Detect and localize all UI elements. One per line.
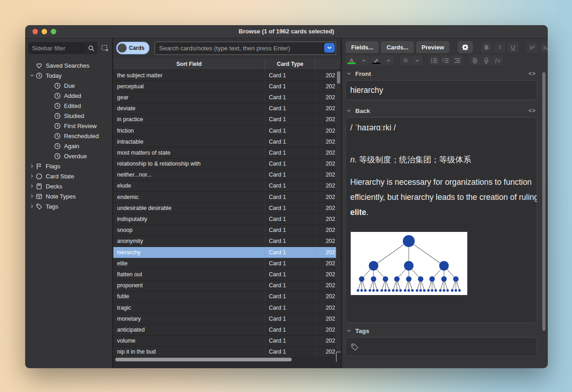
cell-card-type: Card 1 xyxy=(265,336,315,346)
sidebar-item-again[interactable]: Again xyxy=(25,141,112,151)
sidebar-filter-input[interactable] xyxy=(28,42,90,54)
table-row[interactable]: hierarchyCard 1202 xyxy=(113,247,336,258)
chevron-right-icon[interactable] xyxy=(29,173,35,179)
front-field-input[interactable]: hierarchy xyxy=(345,80,537,100)
sidebar-select-mode-button[interactable] xyxy=(99,42,111,54)
table-row[interactable]: perceptualCard 1202 xyxy=(113,81,336,92)
numbered-list-button[interactable] xyxy=(440,55,451,65)
sidebar-item-saved-searches[interactable]: Saved Searches xyxy=(25,60,112,70)
fields-button[interactable]: Fields... xyxy=(346,41,379,53)
sidebar-item-note-types[interactable]: Note Types xyxy=(25,191,112,201)
table-row[interactable]: eludeCard 1202 xyxy=(113,181,336,192)
table-row[interactable]: relationship to & relationship withCard … xyxy=(113,159,336,170)
table-row[interactable]: eliteCard 1202 xyxy=(113,258,336,269)
column-header-due[interactable] xyxy=(315,59,341,70)
table-row[interactable]: in practiceCard 1202 xyxy=(113,114,336,125)
sidebar-item-overdue[interactable]: Overdue xyxy=(25,151,112,161)
cards-notes-toggle[interactable]: Cards xyxy=(116,42,150,54)
table-row[interactable]: monetaryCard 1202 xyxy=(113,313,336,324)
tag-icon xyxy=(350,343,359,351)
highlight-color-picker-button[interactable] xyxy=(383,55,394,65)
front-html-editor-toggle[interactable]: <> xyxy=(529,70,536,77)
sidebar-item-first-review[interactable]: First Review xyxy=(25,121,112,131)
sidebar-item-label: Overdue xyxy=(64,153,87,160)
italic-button[interactable]: I xyxy=(494,42,505,53)
table-horizontal-scrollbar[interactable] xyxy=(113,357,336,362)
subscript-button[interactable]: x₂ xyxy=(540,42,548,53)
table-row[interactable]: nip it in the budCard 1202 xyxy=(113,347,336,358)
attach-button[interactable] xyxy=(469,55,480,65)
column-header-card-type[interactable]: Card Type xyxy=(265,59,315,70)
cell-due: 202 xyxy=(315,280,336,291)
remove-formatting-options-button[interactable] xyxy=(412,55,422,65)
sidebar-item-added[interactable]: Added xyxy=(25,91,112,101)
tags-input[interactable] xyxy=(345,337,537,356)
table-row[interactable]: endemicCard 1202 xyxy=(113,192,336,203)
table-row[interactable]: indisputablyCard 1202 xyxy=(113,214,336,225)
sidebar: Saved SearchesTodayDueAddedEditedStudied… xyxy=(25,38,112,368)
collapse-tags-icon[interactable] xyxy=(347,328,351,333)
editor-scroll-thumb[interactable] xyxy=(542,72,545,331)
chevron-right-icon[interactable] xyxy=(29,183,35,189)
text-color-picker-button[interactable] xyxy=(358,55,369,65)
editor-scrollbar[interactable] xyxy=(542,70,546,331)
cell-due: 202 xyxy=(315,170,336,180)
bold-button[interactable]: B xyxy=(481,42,492,53)
column-header-sort-field[interactable]: Sort Field xyxy=(113,59,265,70)
sidebar-item-flags[interactable]: Flags xyxy=(25,161,112,171)
table-row[interactable]: tragicCard 1202 xyxy=(113,302,336,313)
sidebar-item-decks[interactable]: Decks xyxy=(25,181,112,191)
chevron-right-icon[interactable] xyxy=(29,193,35,199)
preview-button[interactable]: Preview xyxy=(416,41,449,53)
table-row[interactable]: intractableCard 1202 xyxy=(113,136,336,147)
table-row[interactable]: futileCard 1202 xyxy=(113,291,336,302)
back-field-input[interactable]: / ˈhaɪərɑːrki / n. 等级制度；统治集团；等级体系 Hierar… xyxy=(345,117,537,323)
table-row[interactable]: volumeCard 1202 xyxy=(113,336,336,347)
table-row[interactable]: deviateCard 1202 xyxy=(113,103,336,114)
table-row[interactable]: anonymityCard 1202 xyxy=(113,236,336,247)
table-row[interactable]: proponentCard 1202 xyxy=(113,280,336,291)
sidebar-item-today[interactable]: Today xyxy=(25,70,112,81)
back-html-editor-toggle[interactable]: <> xyxy=(529,107,536,114)
table-row[interactable]: most matters of stateCard 1202 xyxy=(113,147,336,158)
table-vscroll-thumb[interactable] xyxy=(337,71,340,84)
table-vertical-scrollbar[interactable] xyxy=(336,70,341,358)
table-row[interactable]: snoopCard 1202 xyxy=(113,225,336,236)
table-row[interactable]: neither...nor...Card 1202 xyxy=(113,170,336,181)
editor-settings-button[interactable] xyxy=(458,41,473,53)
clock-icon xyxy=(53,152,61,160)
highlight-color-button[interactable] xyxy=(370,55,382,65)
bullet-list-button[interactable] xyxy=(429,55,440,65)
record-audio-button[interactable] xyxy=(481,55,492,65)
sidebar-item-rescheduled[interactable]: Rescheduled xyxy=(25,131,112,141)
cards-button[interactable]: Cards... xyxy=(381,41,414,53)
chevron-spacer xyxy=(47,92,53,99)
table-row[interactable]: anticipatedCard 1202 xyxy=(113,324,336,335)
sidebar-item-card-state[interactable]: Card State xyxy=(25,171,112,181)
chevron-right-icon[interactable] xyxy=(29,203,35,209)
remove-formatting-button[interactable] xyxy=(400,55,411,65)
sidebar-item-edited[interactable]: Edited xyxy=(25,101,112,111)
search-input[interactable] xyxy=(155,42,322,54)
equation-button[interactable]: ƒx xyxy=(492,55,503,65)
sidebar-item-due[interactable]: Due xyxy=(25,81,112,91)
sidebar-search-button[interactable] xyxy=(85,42,97,54)
clock-icon xyxy=(53,112,61,119)
table-row[interactable]: gearCard 1202 xyxy=(113,92,336,103)
text-color-button[interactable]: A xyxy=(346,55,358,65)
table-hscroll-thumb[interactable] xyxy=(115,358,292,361)
indent-button[interactable] xyxy=(452,55,463,65)
table-row[interactable]: frictionCard 1202 xyxy=(113,125,336,136)
superscript-button[interactable]: x² xyxy=(527,42,538,53)
collapse-front-icon[interactable] xyxy=(347,71,351,76)
collapse-back-icon[interactable] xyxy=(347,108,351,113)
table-row[interactable]: the subject matterCard 1202 xyxy=(113,70,336,81)
sidebar-item-studied[interactable]: Studied xyxy=(25,111,112,121)
sidebar-item-tags[interactable]: Tags xyxy=(25,201,112,211)
underline-button[interactable]: U xyxy=(508,42,519,53)
chevron-right-icon[interactable] xyxy=(29,163,35,169)
chevron-down-icon[interactable] xyxy=(29,72,35,79)
search-history-button[interactable] xyxy=(324,43,335,53)
table-row[interactable]: flatten outCard 1202 xyxy=(113,269,336,280)
table-row[interactable]: undesirable desirableCard 1202 xyxy=(113,203,336,214)
